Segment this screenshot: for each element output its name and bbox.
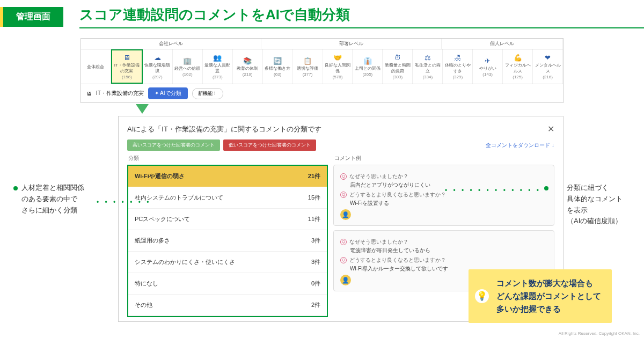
level-header: 会社レベル xyxy=(81,39,261,49)
column-header-example: コメント例 xyxy=(333,152,554,165)
level-header: 個人レベル xyxy=(442,39,563,49)
category-item[interactable]: 🤝良好な人間関係(578) xyxy=(323,49,353,84)
category-item[interactable]: ☁快適な職場環境(297) xyxy=(143,49,173,84)
category-item[interactable]: 🔄多様な働き方(63) xyxy=(263,49,293,84)
avatar-icon: 👤 xyxy=(340,275,351,285)
callout-right: 分類に紐づく具体的なコメントを表示（AIの確信度順） xyxy=(567,182,623,227)
page-title: スコア連動設問のコメントをAIで自動分類 xyxy=(79,5,644,28)
category-item[interactable]: 👥最適な人員配置(373) xyxy=(203,49,233,84)
admin-badge: 管理画面 xyxy=(0,7,63,27)
category-panel: 会社レベル部署レベル個人レベル 全体総合🖥IT・作業設備の充実(156)☁快適な… xyxy=(80,38,564,103)
current-category: IT・作業設備の充実 xyxy=(96,90,144,97)
category-item[interactable]: 📚教育の体制(219) xyxy=(233,49,263,84)
category-item[interactable]: 🏢経営への信頼(162) xyxy=(173,49,203,84)
category-item[interactable]: 全体総合 xyxy=(81,49,111,84)
category-item[interactable]: ❤メンタルヘルス(216) xyxy=(533,49,563,84)
dots-icon: • • • • • • • • • • • • xyxy=(445,187,541,194)
avatar-icon: 👤 xyxy=(340,209,351,220)
level-header: 部署レベル xyxy=(261,39,442,49)
category-item[interactable]: 🖥IT・作業設備の充実(156) xyxy=(111,49,143,84)
bullet-icon xyxy=(13,186,18,190)
class-item[interactable]: Wi-Fiや通信の弱さ21件 xyxy=(128,166,327,187)
category-item[interactable]: 💪フィジカルヘルス(125) xyxy=(503,49,533,84)
category-item[interactable]: 📋適切な評価(377) xyxy=(293,49,323,84)
class-item[interactable]: その他2件 xyxy=(128,295,327,316)
download-link[interactable]: 全コメントをダウンロード ↓ xyxy=(486,142,554,149)
class-item[interactable]: システムのわかりにくさ・使いにくさ3件 xyxy=(128,252,327,273)
lightbulb-icon: 💡 xyxy=(474,288,490,304)
arrow-down-icon xyxy=(136,104,149,114)
bullet-icon xyxy=(544,186,548,190)
copyright: All Rights Reserved. Copyright OKAN. Inc… xyxy=(559,331,640,336)
monitor-icon: 🖥 xyxy=(86,91,92,97)
tab-high-score[interactable]: 高いスコアをつけた回答者のコメント xyxy=(127,139,220,151)
close-icon[interactable]: ✕ xyxy=(547,124,554,134)
ai-classify-button[interactable]: ✦ AIで分類 xyxy=(148,87,188,99)
classification-list: Wi-Fiや通信の弱さ21件社内システムのトラブルについて15件PCスペックにつ… xyxy=(127,165,328,317)
category-item[interactable]: 🏖休暇のとりやすさ(329) xyxy=(443,49,473,84)
panel-title: AIによる「IT・作業設備の充実」に関するコメントの分類です xyxy=(127,124,321,134)
category-item[interactable]: ⏱業務量と時間的負荷(303) xyxy=(383,49,413,84)
category-item[interactable]: ⚖私生活との両立(334) xyxy=(413,49,443,84)
class-item[interactable]: 紙運用の多さ3件 xyxy=(128,230,327,252)
category-item[interactable]: 👔上司との関係(265) xyxy=(353,49,383,84)
highlight-note: 💡 コメント数が膨大な場合もどんな課題がコメントとして多いか把握できる xyxy=(469,269,612,323)
comment-card: Qなぜそう思いましたか？店内だとアプリがつながりにくいQどうするとより良くなると… xyxy=(333,165,554,226)
class-item[interactable]: 社内システムのトラブルについて15件 xyxy=(128,187,327,209)
class-item[interactable]: 特になし0件 xyxy=(128,273,327,295)
column-header-class: 分類 xyxy=(127,152,328,165)
tab-low-score[interactable]: 低いスコアをつけた回答者のコメント xyxy=(223,139,316,151)
callout-left: 人材定着と相関関係のある要素の中でさらに細かく分類 xyxy=(21,182,84,216)
dots-icon: • • • • • • • xyxy=(97,199,151,206)
class-item[interactable]: PCスペックについて11件 xyxy=(128,209,327,230)
new-feature-badge: 新機能！ xyxy=(192,88,223,99)
category-item[interactable]: ✈やりがい(143) xyxy=(473,49,503,84)
